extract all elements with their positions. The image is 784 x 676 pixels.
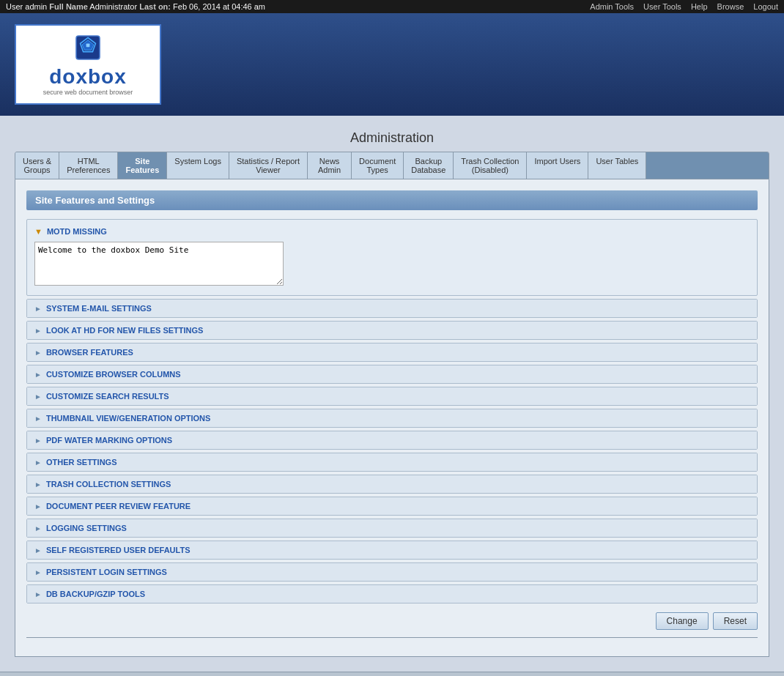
collapsible-label-document-peer-review: DOCUMENT PEER REVIEW FEATURE	[46, 502, 191, 510]
collapsible-header-system-email[interactable]: ► System E-Mail Settings	[27, 300, 757, 317]
reset-button[interactable]: Reset	[713, 612, 758, 630]
header: doxbox secure web document browser	[0, 13, 784, 116]
tab-news-admin[interactable]: NewsAdmin	[308, 152, 352, 179]
collapsible-label-db-backup: DB BACKUP/GZIP TOOLS	[46, 590, 145, 598]
collapsible-label-browser-features: BROWSER FEATURES	[46, 348, 133, 357]
motd-section: ▼ MOTD MISSING Welcome to the doxbox Dem…	[26, 219, 758, 296]
collapsible-label-thumbnail-view: THUMBNAIL VIEW/GENERATION OPTIONS	[46, 414, 211, 423]
topbar-laston: Feb 06, 2014 at 04:46 am	[173, 2, 265, 11]
main-content: Administration Users &Groups HTMLPrefere…	[0, 116, 784, 664]
collapsible-label-pdf-watermarking: PDF WATER MARKING OPTIONS	[46, 436, 172, 445]
arrow-icon-document-peer-review: ►	[34, 502, 42, 510]
collapsible-customize-browser-columns: ► CUSTOMIZE BROWSER COLUMNS	[26, 365, 758, 384]
topbar-user-label: User admin	[6, 2, 47, 11]
collapsible-header-trash-collection[interactable]: ► TRASH COLLECTION SETTINGS	[27, 475, 757, 493]
tab-user-tables[interactable]: User Tables	[588, 152, 646, 179]
motd-header: ▼ MOTD MISSING	[34, 227, 750, 236]
svg-rect-3	[86, 43, 90, 47]
admin-tools-link[interactable]: Admin Tools	[590, 2, 634, 11]
collapsible-self-registered: ► SELF REGISTERED USER DEFAULTS	[26, 541, 758, 560]
collapsible-header-thumbnail-view[interactable]: ► THUMBNAIL VIEW/GENERATION OPTIONS	[27, 409, 757, 427]
collapsible-label-customize-search-results: CUSTOMIZE SEARCH RESULTS	[46, 392, 169, 401]
tabs-container: Users &Groups HTMLPreferences SiteFeatur…	[15, 152, 769, 179]
content-panel: Site Features and Settings ▼ MOTD MISSIN…	[15, 179, 769, 657]
collapsible-header-browser-features[interactable]: ► BROWSER FEATURES	[27, 343, 757, 361]
tab-trash-collection[interactable]: Trash Collection(Disabled)	[454, 152, 527, 179]
collapsible-label-logging-settings: LOGGING SETTINGS	[46, 524, 127, 532]
logout-link[interactable]: Logout	[753, 2, 778, 11]
collapsible-label-look-at-hd: LOOK AT HD FOR NEW FILES SETTINGS	[46, 326, 204, 335]
collapsible-document-peer-review: ► DOCUMENT PEER REVIEW FEATURE	[26, 497, 758, 516]
collapsible-label-other-settings: OTHER SETTINGS	[46, 458, 117, 467]
collapsible-header-look-at-hd[interactable]: ► LOOK AT HD FOR NEW FILES SETTINGS	[27, 322, 757, 339]
collapsible-header-document-peer-review[interactable]: ► DOCUMENT PEER REVIEW FEATURE	[27, 497, 757, 515]
collapsible-system-email: ► System E-Mail Settings	[26, 299, 758, 318]
collapsible-customize-search-results: ► CUSTOMIZE SEARCH RESULTS	[26, 387, 758, 406]
collapsible-logging-settings: ► LOGGING SETTINGS	[26, 519, 758, 538]
topbar-fullname: Administrator	[89, 2, 137, 11]
tab-site-features[interactable]: SiteFeatures	[118, 152, 167, 179]
tab-spacer	[646, 152, 769, 179]
change-button[interactable]: Change	[656, 612, 709, 630]
collapsible-browser-features: ► BROWSER FEATURES	[26, 343, 758, 362]
collapsible-pdf-watermarking: ► PDF WATER MARKING OPTIONS	[26, 431, 758, 450]
arrow-icon-other-settings: ►	[34, 458, 42, 467]
arrow-icon-pdf-watermarking: ►	[34, 437, 42, 445]
collapsible-look-at-hd: ► LOOK AT HD FOR NEW FILES SETTINGS	[26, 321, 758, 340]
tab-statistics-report-viewer[interactable]: Statistics / ReportViewer	[229, 152, 308, 179]
footer: (elapsed time 0m 0s)	[0, 672, 784, 676]
topbar-fullname-label: Full Name	[49, 2, 88, 11]
collapsible-db-backup: ► DB BACKUP/GZIP TOOLS	[26, 584, 758, 603]
arrow-icon-customize-search-results: ►	[34, 393, 42, 401]
collapsible-trash-collection: ► TRASH COLLECTION SETTINGS	[26, 475, 758, 494]
arrow-icon-thumbnail-view: ►	[34, 415, 42, 423]
collapsible-label-persistent-login: PERSISTENT LOGIN SETTINGS	[46, 568, 167, 576]
collapsible-label-customize-browser-columns: CUSTOMIZE BROWSER COLUMNS	[46, 370, 181, 379]
collapsible-header-logging-settings[interactable]: ► LOGGING SETTINGS	[27, 519, 757, 537]
motd-arrow-icon: ▼	[34, 227, 42, 236]
user-tools-link[interactable]: User Tools	[643, 2, 681, 11]
motd-title: MOTD MISSING	[47, 227, 107, 236]
arrow-icon-browser-features: ►	[34, 349, 42, 357]
tab-import-users[interactable]: Import Users	[527, 152, 588, 179]
collapsible-header-db-backup[interactable]: ► DB BACKUP/GZIP TOOLS	[27, 585, 757, 603]
topbar: User admin Full Name Administrator Last …	[0, 0, 784, 13]
tab-users-groups[interactable]: Users &Groups	[15, 152, 59, 179]
logo-text: doxbox	[49, 65, 127, 89]
arrow-icon-db-backup: ►	[34, 590, 42, 598]
arrow-icon-customize-browser-columns: ►	[34, 371, 42, 379]
tab-document-types[interactable]: DocumentTypes	[352, 152, 404, 179]
collapsible-header-self-registered[interactable]: ► SELF REGISTERED USER DEFAULTS	[27, 541, 757, 559]
collapsible-persistent-login: ► PERSISTENT LOGIN SETTINGS	[26, 562, 758, 582]
collapsible-header-customize-search-results[interactable]: ► CUSTOMIZE SEARCH RESULTS	[27, 387, 757, 405]
topbar-laston-label: Last on:	[139, 2, 171, 11]
buttons-row: Change Reset	[26, 612, 758, 630]
collapsible-label-self-registered: SELF REGISTERED USER DEFAULTS	[46, 546, 191, 554]
motd-textarea[interactable]: Welcome to the doxbox Demo Site	[34, 242, 284, 286]
collapsible-header-other-settings[interactable]: ► OTHER SETTINGS	[27, 453, 757, 471]
arrow-icon-logging-settings: ►	[34, 524, 42, 532]
browse-link[interactable]: Browse	[717, 2, 744, 11]
logo-tagline: secure web document browser	[43, 89, 133, 96]
arrow-icon-self-registered: ►	[34, 546, 42, 554]
collapsible-header-customize-browser-columns[interactable]: ► CUSTOMIZE BROWSER COLUMNS	[27, 365, 757, 383]
logo-box: doxbox secure web document browser	[15, 24, 161, 105]
arrow-icon-trash-collection: ►	[34, 480, 42, 489]
collapsible-header-pdf-watermarking[interactable]: ► PDF WATER MARKING OPTIONS	[27, 431, 757, 449]
section-header: Site Features and Settings	[26, 190, 758, 210]
collapsible-label-system-email: System E-Mail Settings	[46, 304, 152, 313]
page-title: Administration	[15, 130, 769, 146]
arrow-icon-look-at-hd: ►	[34, 327, 42, 335]
tab-html-preferences[interactable]: HTMLPreferences	[59, 152, 118, 179]
divider	[26, 637, 758, 638]
tab-system-logs[interactable]: System Logs	[167, 152, 229, 179]
collapsible-thumbnail-view: ► THUMBNAIL VIEW/GENERATION OPTIONS	[26, 409, 758, 428]
collapsible-header-persistent-login[interactable]: ► PERSISTENT LOGIN SETTINGS	[27, 563, 757, 581]
doxbox-logo-icon	[70, 33, 106, 62]
collapsible-label-trash-collection: TRASH COLLECTION SETTINGS	[46, 480, 171, 489]
arrow-icon-persistent-login: ►	[34, 568, 42, 576]
arrow-icon-system-email: ►	[34, 305, 42, 313]
tab-backup-database[interactable]: BackupDatabase	[404, 152, 454, 179]
help-link[interactable]: Help	[691, 2, 708, 11]
collapsible-other-settings: ► OTHER SETTINGS	[26, 453, 758, 472]
